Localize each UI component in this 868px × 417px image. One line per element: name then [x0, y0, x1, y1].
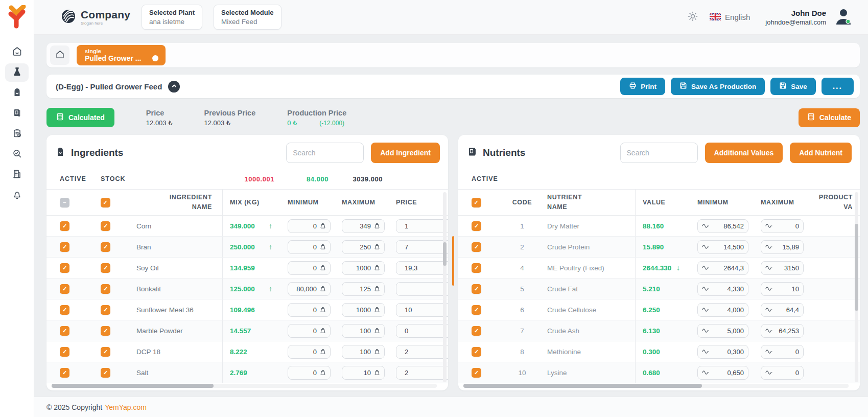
stock-checkbox[interactable]: ✓ [101, 347, 110, 357]
maximum-input[interactable]: 10 [342, 366, 385, 380]
calculate-button[interactable]: Calculate [799, 108, 860, 127]
minimum-input[interactable]: 0 [288, 345, 331, 359]
minimum-input[interactable]: 4,000 [697, 303, 748, 317]
sidebar-item-silo[interactable] [5, 84, 29, 102]
minimum-input[interactable]: 5,000 [697, 324, 748, 338]
maximum-input[interactable]: 0 [761, 345, 804, 359]
minimum-input[interactable]: 0 [288, 303, 331, 317]
add-nutrient-button[interactable]: Add Nutrient [790, 143, 852, 163]
stock-checkbox[interactable]: ✓ [101, 242, 110, 252]
maximum-input[interactable]: 125 [342, 282, 385, 296]
price-input[interactable]: 1 [396, 219, 448, 233]
maximum-input[interactable]: 64,253 [761, 324, 804, 338]
save-as-production-button[interactable]: Save As Production [671, 78, 765, 95]
active-checkbox[interactable]: ✓ [472, 284, 481, 294]
scrollbar-thumb[interactable] [443, 242, 447, 266]
stock-checkbox[interactable]: ✓ [101, 284, 110, 294]
maximum-input[interactable]: 0 [761, 219, 804, 233]
price-input[interactable] [396, 282, 448, 296]
price-input[interactable]: 0 [396, 324, 448, 338]
active-checkbox[interactable]: ✓ [60, 326, 69, 336]
active-checkbox[interactable]: ✓ [60, 242, 69, 252]
price-input[interactable]: 10 [396, 303, 448, 317]
print-button[interactable]: Print [620, 78, 665, 95]
active-checkbox[interactable]: ✓ [60, 263, 69, 273]
minimum-input[interactable]: 4,330 [697, 282, 748, 296]
avatar[interactable] [834, 7, 853, 28]
nutrients-search-input[interactable] [620, 143, 698, 163]
maximum-input[interactable]: 349 [342, 219, 385, 233]
maximum-input[interactable]: 64,4 [761, 303, 804, 317]
tab-pulled-grower-feed[interactable]: single Pulled Grower ... [77, 45, 166, 65]
scrollbar-thumb[interactable] [52, 384, 214, 388]
selected-plant-box[interactable]: Selected Plant ana isletme [142, 5, 202, 30]
price-input[interactable]: 7 [396, 240, 448, 254]
stock-checkbox[interactable]: ✓ [101, 221, 110, 231]
select-all-stock-checkbox[interactable]: ✓ [101, 198, 110, 207]
scrollbar-thumb[interactable] [855, 224, 858, 311]
active-checkbox[interactable]: ✓ [472, 263, 481, 273]
active-checkbox[interactable]: ✓ [60, 221, 69, 231]
selected-module-box[interactable]: Selected Module Mixed Feed [214, 5, 281, 30]
language-selector[interactable]: English [710, 13, 750, 22]
active-checkbox[interactable]: ✓ [472, 242, 481, 252]
maximum-input[interactable]: 0 [761, 366, 804, 380]
active-checkbox[interactable]: ✓ [472, 305, 481, 315]
price-input[interactable]: 2 [396, 366, 448, 380]
minimum-input[interactable]: 86,542 [697, 219, 748, 233]
maximum-input[interactable]: 1000 [342, 261, 385, 275]
sidebar-item-quality-check[interactable] [5, 145, 29, 164]
maximum-input[interactable]: 3150 [761, 261, 804, 275]
sidebar-item-notifications[interactable] [5, 186, 29, 204]
sidebar-item-company[interactable] [5, 166, 29, 184]
additional-values-button[interactable]: Additional Values [705, 143, 783, 163]
price-input[interactable]: 2 [396, 345, 448, 359]
sidebar-item-home[interactable] [5, 43, 29, 61]
maximum-input[interactable]: 250 [342, 240, 385, 254]
maximum-input[interactable]: 100 [342, 324, 385, 338]
sidebar-item-products[interactable] [5, 104, 29, 123]
maximum-input[interactable]: 10 [761, 282, 804, 296]
save-button[interactable]: Save [770, 78, 816, 95]
yemyap-link[interactable]: YemYap.com [105, 403, 147, 411]
minimum-input[interactable]: 80,000 [288, 282, 331, 296]
active-checkbox[interactable]: ✓ [472, 221, 481, 231]
select-all-active-checkbox[interactable]: – [60, 198, 69, 207]
active-checkbox[interactable]: ✓ [60, 284, 69, 294]
minimum-input[interactable]: 0 [288, 261, 331, 275]
minimum-input[interactable]: 0 [288, 366, 331, 380]
maximum-input[interactable]: 100 [342, 345, 385, 359]
home-button[interactable] [50, 45, 69, 65]
active-checkbox[interactable]: ✓ [472, 347, 481, 357]
minimum-input[interactable]: 2644,3 [697, 261, 748, 275]
maximum-input[interactable]: 1000 [342, 303, 385, 317]
minimum-input[interactable]: 0 [288, 240, 331, 254]
minimum-input[interactable]: 14,500 [697, 240, 748, 254]
more-actions-button[interactable]: ... [822, 78, 854, 95]
active-checkbox[interactable]: ✓ [472, 326, 481, 336]
minimum-input[interactable]: 0 [288, 219, 331, 233]
minimum-input[interactable]: 0,650 [697, 366, 748, 380]
ingredients-search-input[interactable] [286, 143, 364, 163]
minimum-input[interactable]: 0 [288, 324, 331, 338]
theme-toggle-sun-icon[interactable] [687, 11, 698, 24]
maximum-input[interactable]: 15,89 [761, 240, 804, 254]
panel-resize-handle[interactable] [452, 236, 454, 286]
stock-checkbox[interactable]: ✓ [101, 305, 110, 315]
yemyap-logo-icon[interactable] [7, 5, 27, 31]
stock-checkbox[interactable]: ✓ [101, 368, 110, 378]
active-checkbox[interactable]: ✓ [60, 347, 69, 357]
stock-checkbox[interactable]: ✓ [101, 263, 110, 273]
active-checkbox[interactable]: ✓ [60, 305, 69, 315]
add-ingredient-button[interactable]: Add Ingredient [371, 143, 440, 163]
stock-checkbox[interactable]: ✓ [101, 326, 110, 336]
active-checkbox[interactable]: ✓ [472, 368, 481, 378]
select-all-checkbox[interactable]: ✓ [472, 198, 481, 207]
sidebar-item-formulation[interactable] [5, 63, 29, 82]
active-checkbox[interactable]: ✓ [60, 368, 69, 378]
sidebar-item-production-orders[interactable] [5, 125, 29, 143]
price-input[interactable]: 19,3 [396, 261, 448, 275]
scrollbar-thumb[interactable] [463, 384, 702, 388]
collapse-button[interactable] [168, 81, 180, 92]
minimum-input[interactable]: 0,300 [697, 345, 748, 359]
